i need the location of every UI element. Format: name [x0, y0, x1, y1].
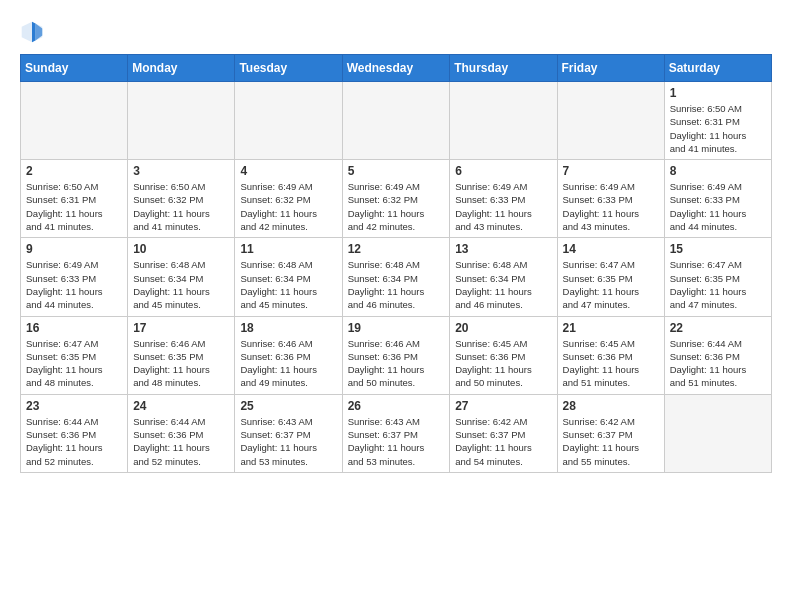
calendar-cell: 3Sunrise: 6:50 AM Sunset: 6:32 PM Daylig… [128, 160, 235, 238]
calendar-cell: 20Sunrise: 6:45 AM Sunset: 6:36 PM Dayli… [450, 316, 557, 394]
calendar-cell: 19Sunrise: 6:46 AM Sunset: 6:36 PM Dayli… [342, 316, 450, 394]
day-info: Sunrise: 6:43 AM Sunset: 6:37 PM Dayligh… [240, 415, 336, 468]
day-info: Sunrise: 6:44 AM Sunset: 6:36 PM Dayligh… [133, 415, 229, 468]
svg-marker-2 [32, 22, 35, 43]
calendar-cell: 22Sunrise: 6:44 AM Sunset: 6:36 PM Dayli… [664, 316, 771, 394]
day-info: Sunrise: 6:48 AM Sunset: 6:34 PM Dayligh… [240, 258, 336, 311]
page-header [20, 20, 772, 44]
calendar-cell: 18Sunrise: 6:46 AM Sunset: 6:36 PM Dayli… [235, 316, 342, 394]
day-number: 25 [240, 399, 336, 413]
day-number: 19 [348, 321, 445, 335]
calendar-cell [342, 82, 450, 160]
day-number: 24 [133, 399, 229, 413]
day-number: 5 [348, 164, 445, 178]
day-info: Sunrise: 6:44 AM Sunset: 6:36 PM Dayligh… [26, 415, 122, 468]
calendar-cell [21, 82, 128, 160]
day-info: Sunrise: 6:49 AM Sunset: 6:32 PM Dayligh… [240, 180, 336, 233]
calendar-cell: 6Sunrise: 6:49 AM Sunset: 6:33 PM Daylig… [450, 160, 557, 238]
day-info: Sunrise: 6:44 AM Sunset: 6:36 PM Dayligh… [670, 337, 766, 390]
day-number: 4 [240, 164, 336, 178]
day-number: 16 [26, 321, 122, 335]
day-info: Sunrise: 6:50 AM Sunset: 6:32 PM Dayligh… [133, 180, 229, 233]
calendar-week-1: 1Sunrise: 6:50 AM Sunset: 6:31 PM Daylig… [21, 82, 772, 160]
weekday-header-tuesday: Tuesday [235, 55, 342, 82]
weekday-header-thursday: Thursday [450, 55, 557, 82]
calendar-cell: 17Sunrise: 6:46 AM Sunset: 6:35 PM Dayli… [128, 316, 235, 394]
day-info: Sunrise: 6:47 AM Sunset: 6:35 PM Dayligh… [563, 258, 659, 311]
day-number: 14 [563, 242, 659, 256]
day-info: Sunrise: 6:47 AM Sunset: 6:35 PM Dayligh… [26, 337, 122, 390]
calendar-cell: 26Sunrise: 6:43 AM Sunset: 6:37 PM Dayli… [342, 394, 450, 472]
weekday-header-friday: Friday [557, 55, 664, 82]
weekday-header-row: SundayMondayTuesdayWednesdayThursdayFrid… [21, 55, 772, 82]
day-info: Sunrise: 6:49 AM Sunset: 6:33 PM Dayligh… [563, 180, 659, 233]
calendar-cell: 11Sunrise: 6:48 AM Sunset: 6:34 PM Dayli… [235, 238, 342, 316]
day-info: Sunrise: 6:43 AM Sunset: 6:37 PM Dayligh… [348, 415, 445, 468]
day-number: 17 [133, 321, 229, 335]
calendar-cell: 4Sunrise: 6:49 AM Sunset: 6:32 PM Daylig… [235, 160, 342, 238]
calendar-cell: 16Sunrise: 6:47 AM Sunset: 6:35 PM Dayli… [21, 316, 128, 394]
day-info: Sunrise: 6:49 AM Sunset: 6:33 PM Dayligh… [670, 180, 766, 233]
day-info: Sunrise: 6:48 AM Sunset: 6:34 PM Dayligh… [133, 258, 229, 311]
calendar-cell [128, 82, 235, 160]
day-number: 10 [133, 242, 229, 256]
calendar-table: SundayMondayTuesdayWednesdayThursdayFrid… [20, 54, 772, 473]
calendar-week-2: 2Sunrise: 6:50 AM Sunset: 6:31 PM Daylig… [21, 160, 772, 238]
day-info: Sunrise: 6:49 AM Sunset: 6:33 PM Dayligh… [26, 258, 122, 311]
day-info: Sunrise: 6:50 AM Sunset: 6:31 PM Dayligh… [670, 102, 766, 155]
day-info: Sunrise: 6:49 AM Sunset: 6:33 PM Dayligh… [455, 180, 551, 233]
day-info: Sunrise: 6:48 AM Sunset: 6:34 PM Dayligh… [455, 258, 551, 311]
day-number: 13 [455, 242, 551, 256]
day-number: 1 [670, 86, 766, 100]
day-number: 11 [240, 242, 336, 256]
day-number: 2 [26, 164, 122, 178]
calendar-cell [450, 82, 557, 160]
calendar-cell: 2Sunrise: 6:50 AM Sunset: 6:31 PM Daylig… [21, 160, 128, 238]
weekday-header-sunday: Sunday [21, 55, 128, 82]
calendar-cell: 24Sunrise: 6:44 AM Sunset: 6:36 PM Dayli… [128, 394, 235, 472]
calendar-cell: 13Sunrise: 6:48 AM Sunset: 6:34 PM Dayli… [450, 238, 557, 316]
day-info: Sunrise: 6:45 AM Sunset: 6:36 PM Dayligh… [455, 337, 551, 390]
calendar-week-3: 9Sunrise: 6:49 AM Sunset: 6:33 PM Daylig… [21, 238, 772, 316]
day-info: Sunrise: 6:46 AM Sunset: 6:36 PM Dayligh… [240, 337, 336, 390]
calendar-cell: 15Sunrise: 6:47 AM Sunset: 6:35 PM Dayli… [664, 238, 771, 316]
calendar-cell [557, 82, 664, 160]
day-number: 8 [670, 164, 766, 178]
day-info: Sunrise: 6:46 AM Sunset: 6:36 PM Dayligh… [348, 337, 445, 390]
weekday-header-saturday: Saturday [664, 55, 771, 82]
svg-marker-1 [35, 23, 42, 40]
calendar-cell: 28Sunrise: 6:42 AM Sunset: 6:37 PM Dayli… [557, 394, 664, 472]
day-number: 20 [455, 321, 551, 335]
weekday-header-monday: Monday [128, 55, 235, 82]
logo [20, 20, 48, 44]
day-info: Sunrise: 6:46 AM Sunset: 6:35 PM Dayligh… [133, 337, 229, 390]
calendar-cell: 10Sunrise: 6:48 AM Sunset: 6:34 PM Dayli… [128, 238, 235, 316]
calendar-cell: 12Sunrise: 6:48 AM Sunset: 6:34 PM Dayli… [342, 238, 450, 316]
calendar-cell: 1Sunrise: 6:50 AM Sunset: 6:31 PM Daylig… [664, 82, 771, 160]
calendar-week-4: 16Sunrise: 6:47 AM Sunset: 6:35 PM Dayli… [21, 316, 772, 394]
calendar-cell: 23Sunrise: 6:44 AM Sunset: 6:36 PM Dayli… [21, 394, 128, 472]
calendar-cell [235, 82, 342, 160]
day-number: 9 [26, 242, 122, 256]
day-number: 23 [26, 399, 122, 413]
day-number: 27 [455, 399, 551, 413]
day-number: 22 [670, 321, 766, 335]
day-number: 26 [348, 399, 445, 413]
calendar-cell: 21Sunrise: 6:45 AM Sunset: 6:36 PM Dayli… [557, 316, 664, 394]
logo-icon [20, 20, 44, 44]
calendar-cell: 27Sunrise: 6:42 AM Sunset: 6:37 PM Dayli… [450, 394, 557, 472]
day-info: Sunrise: 6:50 AM Sunset: 6:31 PM Dayligh… [26, 180, 122, 233]
day-info: Sunrise: 6:47 AM Sunset: 6:35 PM Dayligh… [670, 258, 766, 311]
day-number: 3 [133, 164, 229, 178]
day-number: 12 [348, 242, 445, 256]
calendar-cell: 8Sunrise: 6:49 AM Sunset: 6:33 PM Daylig… [664, 160, 771, 238]
day-info: Sunrise: 6:42 AM Sunset: 6:37 PM Dayligh… [455, 415, 551, 468]
calendar-week-5: 23Sunrise: 6:44 AM Sunset: 6:36 PM Dayli… [21, 394, 772, 472]
calendar-cell: 7Sunrise: 6:49 AM Sunset: 6:33 PM Daylig… [557, 160, 664, 238]
calendar-cell: 9Sunrise: 6:49 AM Sunset: 6:33 PM Daylig… [21, 238, 128, 316]
day-info: Sunrise: 6:48 AM Sunset: 6:34 PM Dayligh… [348, 258, 445, 311]
calendar-cell: 14Sunrise: 6:47 AM Sunset: 6:35 PM Dayli… [557, 238, 664, 316]
calendar-cell: 5Sunrise: 6:49 AM Sunset: 6:32 PM Daylig… [342, 160, 450, 238]
day-number: 15 [670, 242, 766, 256]
calendar-cell: 25Sunrise: 6:43 AM Sunset: 6:37 PM Dayli… [235, 394, 342, 472]
